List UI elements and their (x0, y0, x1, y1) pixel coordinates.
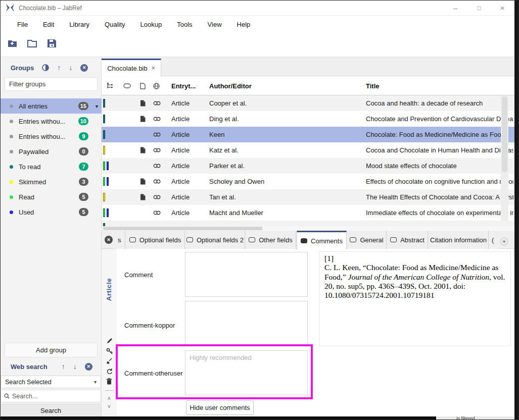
groups-move-down-icon[interactable]: ↓ (69, 64, 72, 72)
column-header-author[interactable]: Author/Editor (209, 76, 252, 95)
tab-abstract[interactable]: Abstract (387, 231, 428, 249)
pdf-file-icon[interactable] (140, 189, 146, 205)
table-row[interactable]: Article Tan et al. The Health Effects of… (102, 189, 514, 205)
link-icon[interactable] (153, 189, 161, 205)
web-search-close-icon[interactable]: ✕ (85, 363, 92, 371)
tag-column-icon[interactable] (123, 76, 131, 95)
close-button[interactable]: × (495, 3, 510, 13)
refresh-icon[interactable] (106, 368, 113, 375)
group-count-badge: 9 (79, 132, 88, 140)
tab-close-icon[interactable]: × (152, 65, 155, 72)
tab-citation-information[interactable]: Citation information (429, 231, 489, 249)
group-item-all-entries[interactable]: All entries 15 ▾ (1, 98, 102, 114)
field-label-comment: Comment (124, 271, 153, 279)
entry-type: Article (171, 142, 190, 158)
link-icon[interactable] (153, 142, 161, 158)
tab-optional-fields-2[interactable]: Optional fields 2 (185, 231, 245, 249)
tab-overflow-dropdown-icon[interactable]: ▾ (500, 237, 508, 246)
table-row[interactable]: Article Scholey and Owen Effects of choc… (102, 174, 514, 189)
file-column-icon[interactable] (140, 76, 146, 95)
tab-required-fields-clipped[interactable]: s (116, 231, 125, 249)
column-header-title[interactable]: Title (366, 76, 380, 95)
tab-other-fields[interactable]: Other fields (246, 231, 296, 249)
menu-lookup[interactable]: Lookup (133, 18, 170, 31)
link-icon[interactable] (153, 205, 161, 221)
table-row[interactable]: Article Katz et al. Cocoa and Chocolate … (102, 142, 514, 158)
table-row[interactable]: Article Parker et al. Mood state effects… (102, 158, 514, 174)
menu-help[interactable]: Help (229, 18, 258, 31)
link-icon[interactable] (153, 95, 161, 111)
web-search-box[interactable] (1, 390, 101, 402)
menu-edit[interactable]: Edit (35, 18, 62, 31)
tab-optional-fields[interactable]: Optional fields (126, 231, 185, 249)
grouping-column-icon[interactable] (107, 76, 113, 95)
close-entry-editor-icon[interactable]: ✕ (105, 236, 113, 244)
save-library-icon[interactable] (47, 39, 57, 48)
hide-user-comments-button[interactable]: Hide user comments (186, 400, 254, 415)
intersection-toggle-icon[interactable] (42, 64, 49, 71)
entry-type: Article (171, 189, 190, 205)
table-row-selected[interactable]: Article Keen Chocolate: Food as Medicine… (102, 127, 514, 142)
table-vertical-scrollbar[interactable] (501, 95, 508, 226)
comment-otheruser-field[interactable] (185, 350, 308, 395)
group-item-read[interactable]: Read 5 (1, 189, 102, 204)
trash-icon[interactable] (106, 378, 112, 385)
chevron-down-icon[interactable]: ▾ (96, 103, 98, 109)
comment-koppor-field[interactable] (185, 301, 308, 346)
fetcher-select[interactable]: Search Selected ▾ (1, 376, 101, 388)
table-horizontal-scrollbar[interactable] (102, 226, 514, 231)
group-item-entries-without-1[interactable]: Entries withou... 10 (1, 114, 102, 129)
group-item-to-read[interactable]: To read 7 (1, 159, 102, 174)
pencil-icon[interactable] (106, 338, 113, 344)
web-search-input[interactable] (12, 393, 98, 400)
previous-entry-chevron-up-icon[interactable]: ˄ (108, 396, 111, 401)
groups-close-icon[interactable]: ✕ (80, 64, 88, 72)
entry-title: Chocolate: Food as Medicine/Medicine as … (366, 127, 513, 142)
tab-comments[interactable]: Comments (297, 231, 347, 249)
web-search-move-up-icon[interactable]: ↑ (62, 362, 65, 371)
menu-quality[interactable]: Quality (97, 18, 132, 31)
groups-move-up-icon[interactable]: ↑ (57, 64, 61, 72)
next-entry-chevron-down-icon[interactable]: ˅ (108, 404, 111, 409)
pdf-file-icon[interactable] (140, 174, 146, 189)
web-search-move-down-icon[interactable]: ↓ (73, 362, 77, 371)
column-header-entrytype[interactable]: Entryt... (171, 76, 196, 95)
cleanup-broom-icon[interactable] (106, 358, 113, 364)
filter-groups-input[interactable] (5, 77, 98, 91)
tab-general[interactable]: General (347, 231, 387, 249)
group-color-dot (10, 120, 13, 123)
comment-field[interactable] (185, 252, 308, 297)
menu-tools[interactable]: Tools (169, 18, 200, 31)
group-item-paywalled[interactable]: Paywalled 0 (1, 144, 102, 159)
menu-file[interactable]: File (10, 18, 35, 31)
pdf-file-icon[interactable] (140, 142, 146, 158)
url-column-icon[interactable] (153, 76, 160, 95)
menu-view[interactable]: View (200, 18, 229, 31)
minimize-button[interactable]: – (448, 3, 463, 13)
table-row[interactable]: Article Cooper et al. Cocoa and health: … (102, 95, 514, 111)
table-row-clipped[interactable] (102, 221, 514, 226)
entry-author: Ding et al. (209, 111, 239, 127)
pdf-file-icon[interactable] (140, 95, 146, 111)
link-icon[interactable] (153, 111, 161, 127)
tab-chocolate-bib[interactable]: Chocolate.bib × (102, 59, 161, 76)
group-item-entries-without-2[interactable]: Entries withou... 9 (1, 129, 102, 144)
group-item-used[interactable]: Used 5 (1, 204, 102, 220)
pdf-file-icon[interactable] (140, 111, 146, 127)
new-library-icon[interactable] (8, 39, 19, 48)
link-icon[interactable] (153, 127, 161, 142)
open-library-icon[interactable] (27, 39, 38, 48)
add-group-button[interactable]: Add group (5, 343, 98, 357)
tab-clipped-last[interactable]: ( (489, 231, 499, 249)
menu-library[interactable]: Library (62, 18, 97, 31)
table-row[interactable]: Article Ding et al. Chocolate and Preven… (102, 111, 514, 127)
link-icon[interactable] (153, 158, 161, 174)
group-color-dot (10, 150, 13, 153)
link-icon[interactable] (153, 174, 161, 189)
group-item-skimmed[interactable]: Skimmed 3 (1, 174, 102, 189)
web-search-button[interactable]: Search (1, 404, 101, 417)
divider (105, 390, 113, 391)
maximize-button[interactable]: □ (471, 3, 487, 13)
table-row[interactable]: Article Macht and Mueller Immediate effe… (102, 205, 514, 221)
generate-key-icon[interactable] (106, 348, 113, 354)
